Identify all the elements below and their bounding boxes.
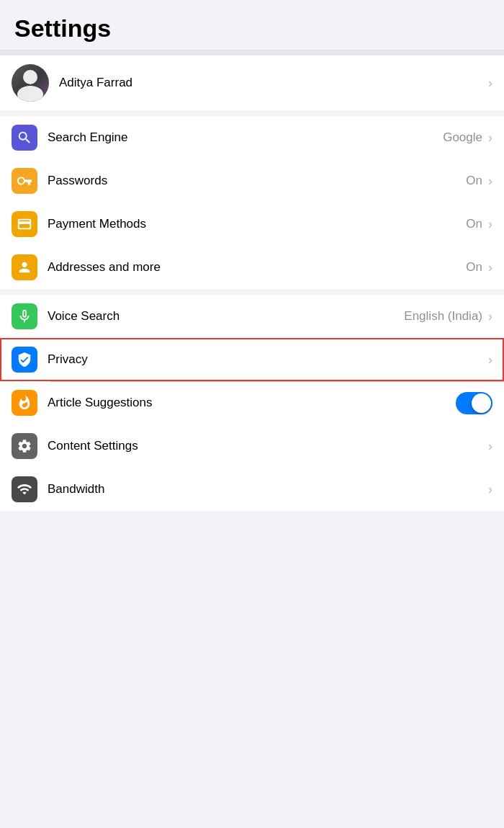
voice-search-row[interactable]: Voice Search English (India) › [0,295,504,338]
profile-chevron: › [488,76,492,91]
passwords-row[interactable]: Passwords On › [0,159,504,202]
content-settings-row[interactable]: Content Settings › [0,424,504,468]
shield-icon [17,352,32,368]
privacy-chevron: › [488,352,492,368]
section-divider-top [0,50,504,55]
payment-methods-value: On [466,217,482,231]
page-title: Settings [0,0,504,50]
bandwidth-row[interactable]: Bandwidth › [0,468,504,511]
passwords-label: Passwords [48,174,466,188]
profile-section: Aditya Farrad › [0,55,504,110]
bandwidth-label: Bandwidth [48,482,487,497]
extras-section: Voice Search English (India) › Privacy ›… [0,295,504,511]
search-icon [17,130,32,146]
signal-icon [17,481,32,497]
privacy-label: Privacy [48,352,487,367]
article-suggestions-toggle[interactable] [456,392,492,414]
gap-1 [0,110,504,116]
content-settings-chevron: › [488,439,492,454]
profile-row[interactable]: Aditya Farrad › [0,55,504,110]
bandwidth-chevron: › [488,482,492,497]
toggle-track [456,392,492,414]
bandwidth-icon-bg [12,476,37,502]
person-icon [17,259,32,275]
voice-search-icon-bg [12,303,37,329]
flame-icon [17,395,32,411]
avatar-image [12,64,49,102]
key-icon [17,173,32,189]
card-icon [17,216,32,232]
mic-icon [17,308,32,324]
gap-2 [0,289,504,295]
addresses-label: Addresses and more [48,260,466,275]
search-engine-chevron: › [488,130,492,146]
addresses-value: On [466,260,482,275]
search-engine-row[interactable]: Search Engine Google › [0,116,504,159]
article-suggestions-icon-bg [12,390,37,416]
passwords-value: On [466,174,482,188]
search-engine-icon-bg [12,125,37,151]
payment-icon-bg [12,211,37,237]
autofill-section: Search Engine Google › Passwords On › Pa… [0,116,504,289]
passwords-icon-bg [12,168,37,194]
toggle-thumb [472,393,491,413]
privacy-icon-bg [12,347,37,373]
voice-search-chevron: › [488,309,492,324]
svg-point-0 [23,70,37,84]
addresses-row[interactable]: Addresses and more On › [0,246,504,289]
payment-methods-chevron: › [488,217,492,232]
search-engine-label: Search Engine [48,130,443,145]
addresses-chevron: › [488,260,492,275]
content-settings-icon-bg [12,433,37,459]
addresses-icon-bg [12,254,37,280]
svg-point-1 [17,86,43,102]
profile-name: Aditya Farrad [59,76,487,90]
passwords-chevron: › [488,174,492,189]
payment-methods-row[interactable]: Payment Methods On › [0,202,504,246]
search-engine-value: Google [443,130,482,145]
voice-search-label: Voice Search [48,309,404,324]
content-settings-label: Content Settings [48,439,487,453]
article-suggestions-label: Article Suggestions [48,396,456,410]
voice-search-value: English (India) [404,309,482,324]
gear-icon [17,438,32,454]
article-suggestions-row[interactable]: Article Suggestions [0,381,504,424]
payment-methods-label: Payment Methods [48,217,466,231]
avatar [12,64,49,102]
privacy-row[interactable]: Privacy › [0,338,504,381]
